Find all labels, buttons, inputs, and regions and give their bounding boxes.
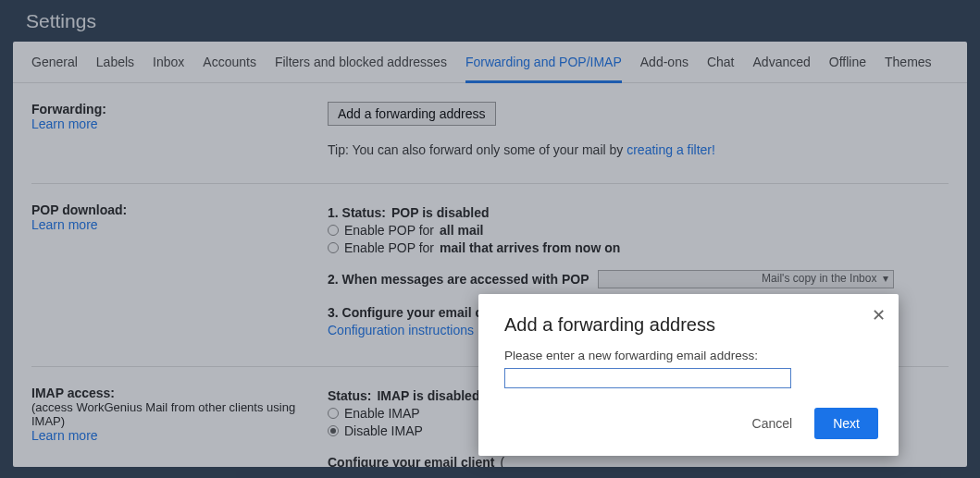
dialog-title: Add a forwarding address: [504, 314, 873, 336]
close-icon[interactable]: ✕: [872, 307, 886, 324]
cancel-button[interactable]: Cancel: [749, 411, 797, 436]
add-forwarding-dialog: ✕ Add a forwarding address Please enter …: [478, 294, 899, 456]
forwarding-email-input[interactable]: [504, 368, 791, 388]
dialog-prompt: Please enter a new forwarding email addr…: [504, 349, 873, 362]
next-button[interactable]: Next: [814, 408, 878, 439]
